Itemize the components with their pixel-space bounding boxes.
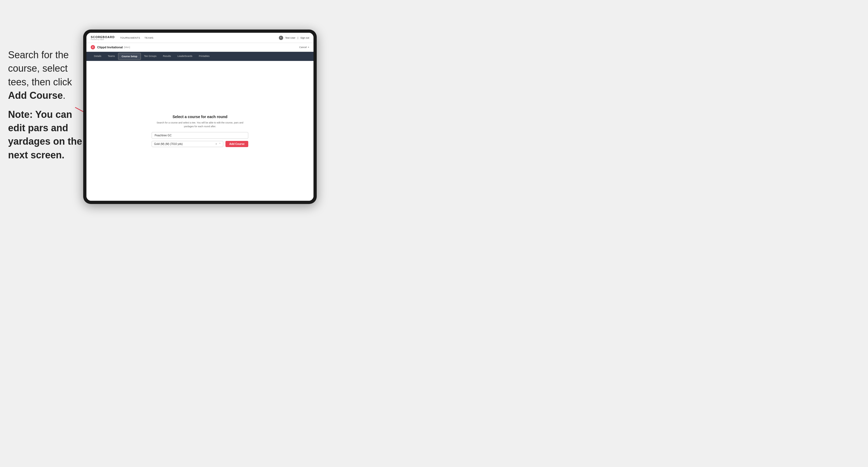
tee-chevron-icon: ⌃ — [219, 143, 221, 146]
tournament-header: C Clippd Invitational (Men) Cancel × — [86, 43, 313, 52]
logo-title: SCOREBOARD — [91, 35, 115, 39]
tournament-logo: C — [91, 45, 95, 50]
tab-details[interactable]: Details — [91, 52, 105, 61]
cancel-label: Cancel — [299, 46, 307, 49]
top-navigation: SCOREBOARD Powered by clippd TOURNAMENTS… — [86, 33, 313, 43]
annotation-note: Note: You can edit pars and yardages on … — [8, 108, 83, 162]
main-content-area: Select a course for each round Search fo… — [86, 61, 313, 201]
annotation-block: Search for the course, select tees, then… — [8, 48, 83, 167]
add-course-button[interactable]: Add Course — [225, 141, 248, 147]
sub-navigation: Details Teams Course Setup Tee Groups Re… — [86, 52, 313, 61]
user-menu: R Test User | Sign out — [279, 36, 309, 40]
user-avatar: R — [279, 36, 283, 40]
user-name: Test User — [285, 36, 296, 39]
tab-results[interactable]: Results — [160, 52, 174, 61]
tablet-screen: SCOREBOARD Powered by clippd TOURNAMENTS… — [86, 33, 313, 201]
tee-clear-icon[interactable]: × — [216, 143, 217, 146]
tab-printables[interactable]: Printables — [196, 52, 213, 61]
tab-course-setup[interactable]: Course Setup — [118, 53, 141, 60]
course-setup-card: Select a course for each round Search fo… — [152, 115, 248, 147]
nav-teams[interactable]: TEAMS — [145, 36, 154, 39]
tab-teams[interactable]: Teams — [105, 52, 118, 61]
cancel-icon: × — [308, 46, 309, 49]
sign-out-link[interactable]: Sign out — [300, 36, 309, 39]
app-logo: SCOREBOARD Powered by clippd — [91, 35, 115, 40]
tournament-subtitle: (Men) — [124, 46, 130, 49]
card-title: Select a course for each round — [152, 115, 248, 119]
tee-value: Gold (M) (M) (7010 yds) — [154, 143, 183, 146]
tablet-device: SCOREBOARD Powered by clippd TOURNAMENTS… — [83, 30, 317, 204]
tee-select-row: Gold (M) (M) (7010 yds) × ⌃ Add Course — [152, 141, 248, 147]
nav-tournaments[interactable]: TOURNAMENTS — [120, 36, 140, 39]
top-nav-links: TOURNAMENTS TEAMS — [120, 36, 279, 39]
tab-tee-groups[interactable]: Tee Groups — [141, 52, 160, 61]
annotation-bold: Add Course — [8, 90, 63, 101]
logo-subtitle: Powered by clippd — [91, 39, 115, 40]
tee-select[interactable]: Gold (M) (M) (7010 yds) × ⌃ — [152, 141, 223, 147]
annotation-text-1: Search for the course, select tees, then… — [8, 48, 83, 102]
tournament-title: Clippd Invitational — [97, 45, 123, 49]
tab-leaderboards[interactable]: Leaderboards — [174, 52, 196, 61]
nav-separator: | — [298, 36, 298, 39]
cancel-button[interactable]: Cancel × — [299, 46, 309, 49]
card-description: Search for a course and select a tee. Yo… — [152, 121, 248, 128]
course-search-input[interactable] — [152, 132, 248, 139]
